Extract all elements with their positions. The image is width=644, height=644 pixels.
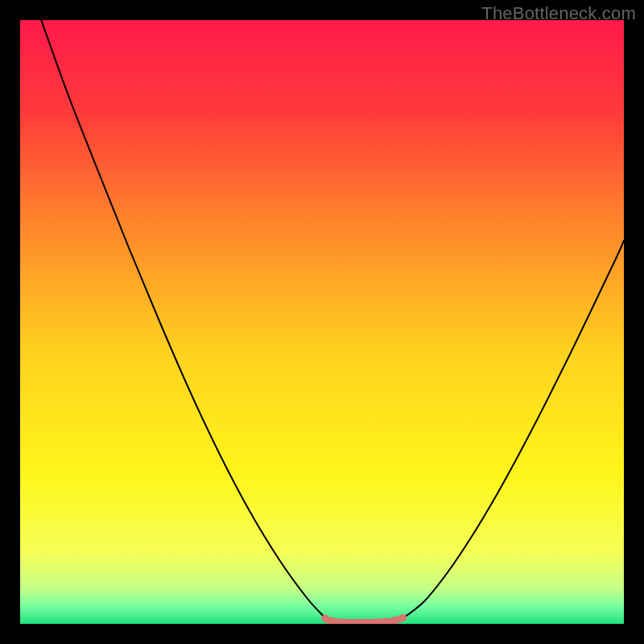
gradient-background xyxy=(20,20,624,624)
chart-point xyxy=(398,614,406,621)
chart-plot xyxy=(20,20,624,624)
chart-point xyxy=(391,617,398,624)
chart-point xyxy=(328,617,335,624)
chart-container: TheBottleneck.com xyxy=(0,0,644,644)
watermark-text: TheBottleneck.com xyxy=(481,3,636,24)
